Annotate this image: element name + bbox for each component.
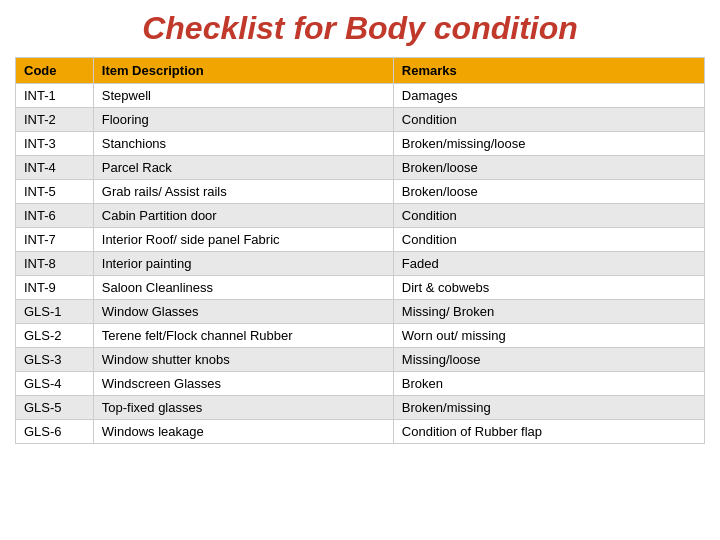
- table-row: GLS-5Top-fixed glassesBroken/missing: [16, 396, 705, 420]
- table-row: INT-3StanchionsBroken/missing/loose: [16, 132, 705, 156]
- cell-remarks: Dirt & cobwebs: [393, 276, 704, 300]
- cell-remarks: Condition of Rubber flap: [393, 420, 704, 444]
- cell-item: Terene felt/Flock channel Rubber: [93, 324, 393, 348]
- table-header: Code Item Description Remarks: [16, 58, 705, 84]
- cell-code: INT-8: [16, 252, 94, 276]
- cell-item: Windows leakage: [93, 420, 393, 444]
- page-container: Checklist for Body condition Code Item D…: [0, 0, 720, 540]
- header-remarks: Remarks: [393, 58, 704, 84]
- table-body: INT-1StepwellDamagesINT-2FlooringConditi…: [16, 84, 705, 444]
- cell-code: INT-7: [16, 228, 94, 252]
- cell-code: GLS-2: [16, 324, 94, 348]
- page-title: Checklist for Body condition: [15, 10, 705, 47]
- cell-code: INT-9: [16, 276, 94, 300]
- cell-item: Window shutter knobs: [93, 348, 393, 372]
- table-row: GLS-1Window GlassesMissing/ Broken: [16, 300, 705, 324]
- cell-item: Cabin Partition door: [93, 204, 393, 228]
- table-row: INT-7Interior Roof/ side panel FabricCon…: [16, 228, 705, 252]
- table-row: INT-6Cabin Partition doorCondition: [16, 204, 705, 228]
- cell-code: INT-3: [16, 132, 94, 156]
- cell-item: Flooring: [93, 108, 393, 132]
- cell-remarks: Condition: [393, 108, 704, 132]
- cell-code: INT-5: [16, 180, 94, 204]
- table-row: INT-8Interior paintingFaded: [16, 252, 705, 276]
- cell-item: Windscreen Glasses: [93, 372, 393, 396]
- table-row: INT-1StepwellDamages: [16, 84, 705, 108]
- cell-item: Interior painting: [93, 252, 393, 276]
- cell-item: Grab rails/ Assist rails: [93, 180, 393, 204]
- cell-remarks: Broken/missing: [393, 396, 704, 420]
- cell-remarks: Worn out/ missing: [393, 324, 704, 348]
- cell-item: Top-fixed glasses: [93, 396, 393, 420]
- cell-code: INT-2: [16, 108, 94, 132]
- cell-remarks: Broken/missing/loose: [393, 132, 704, 156]
- table-row: GLS-4Windscreen GlassesBroken: [16, 372, 705, 396]
- cell-remarks: Broken/loose: [393, 156, 704, 180]
- cell-remarks: Condition: [393, 204, 704, 228]
- cell-remarks: Damages: [393, 84, 704, 108]
- table-row: INT-5Grab rails/ Assist railsBroken/loos…: [16, 180, 705, 204]
- table-row: GLS-3Window shutter knobsMissing/loose: [16, 348, 705, 372]
- cell-item: Parcel Rack: [93, 156, 393, 180]
- cell-code: GLS-4: [16, 372, 94, 396]
- table-row: INT-4Parcel RackBroken/loose: [16, 156, 705, 180]
- cell-remarks: Condition: [393, 228, 704, 252]
- cell-item: Stepwell: [93, 84, 393, 108]
- cell-code: GLS-5: [16, 396, 94, 420]
- cell-remarks: Missing/ Broken: [393, 300, 704, 324]
- cell-item: Stanchions: [93, 132, 393, 156]
- header-item: Item Description: [93, 58, 393, 84]
- cell-code: GLS-6: [16, 420, 94, 444]
- cell-code: GLS-3: [16, 348, 94, 372]
- cell-remarks: Broken: [393, 372, 704, 396]
- cell-remarks: Faded: [393, 252, 704, 276]
- cell-item: Window Glasses: [93, 300, 393, 324]
- cell-code: INT-1: [16, 84, 94, 108]
- cell-remarks: Broken/loose: [393, 180, 704, 204]
- header-row: Code Item Description Remarks: [16, 58, 705, 84]
- cell-remarks: Missing/loose: [393, 348, 704, 372]
- header-code: Code: [16, 58, 94, 84]
- table-row: INT-9Saloon CleanlinessDirt & cobwebs: [16, 276, 705, 300]
- cell-item: Saloon Cleanliness: [93, 276, 393, 300]
- table-row: GLS-2Terene felt/Flock channel RubberWor…: [16, 324, 705, 348]
- cell-code: INT-4: [16, 156, 94, 180]
- cell-item: Interior Roof/ side panel Fabric: [93, 228, 393, 252]
- checklist-table: Code Item Description Remarks INT-1Stepw…: [15, 57, 705, 444]
- table-row: GLS-6Windows leakageCondition of Rubber …: [16, 420, 705, 444]
- table-row: INT-2FlooringCondition: [16, 108, 705, 132]
- cell-code: GLS-1: [16, 300, 94, 324]
- cell-code: INT-6: [16, 204, 94, 228]
